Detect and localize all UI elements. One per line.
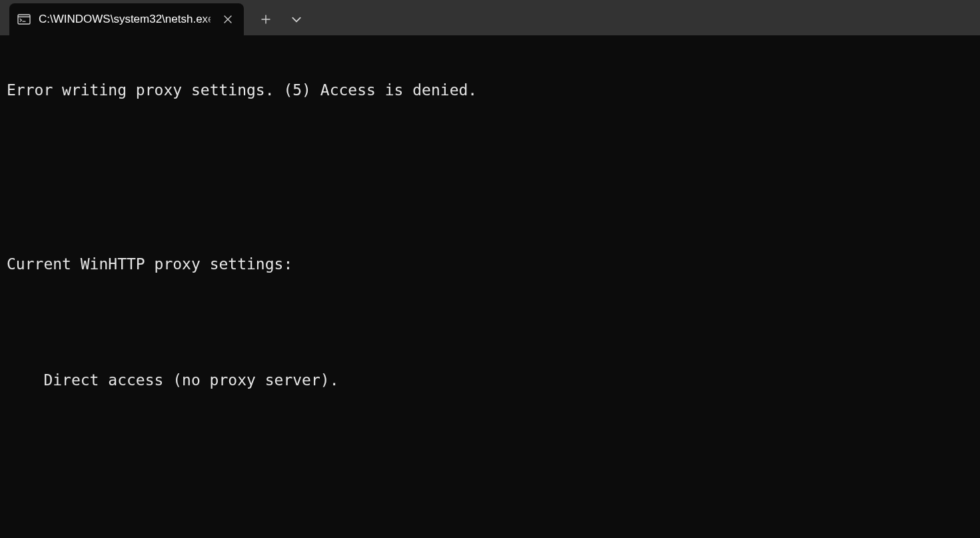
terminal-line-error: Error writing proxy settings. (5) Access… xyxy=(7,81,973,100)
tab-bar: C:\WINDOWS\system32\netsh.exe xyxy=(0,0,980,35)
terminal-blank-line xyxy=(7,313,973,332)
terminal-blank-line xyxy=(7,139,973,158)
terminal-blank-line xyxy=(7,429,973,448)
svg-rect-0 xyxy=(18,15,30,24)
new-tab-button[interactable] xyxy=(250,5,281,34)
close-tab-button[interactable] xyxy=(219,10,237,29)
terminal-tab[interactable]: C:\WINDOWS\system32\netsh.exe xyxy=(9,3,244,35)
terminal-tab-icon xyxy=(17,13,31,26)
tab-title: C:\WINDOWS\system32\netsh.exe xyxy=(39,13,211,26)
tab-dropdown-button[interactable] xyxy=(281,5,312,34)
terminal-line-heading: Current WinHTTP proxy settings: xyxy=(7,255,973,274)
terminal-line-detail: Direct access (no proxy server). xyxy=(7,371,973,390)
terminal-blank-line xyxy=(7,197,973,216)
terminal-blank-line xyxy=(7,487,973,506)
terminal-output[interactable]: Error writing proxy settings. (5) Access… xyxy=(0,35,980,538)
